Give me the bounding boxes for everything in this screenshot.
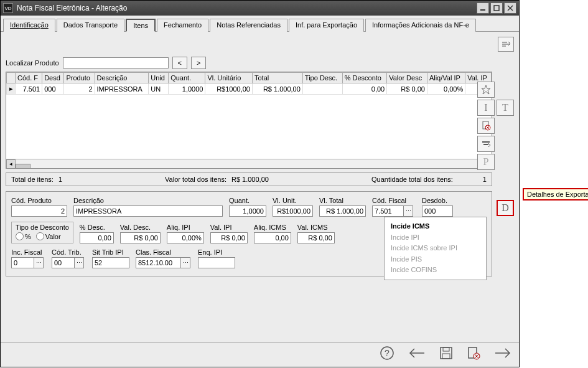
- tab-label: Identificação: [10, 21, 49, 29]
- valor-total-label: Valor total dos itens:: [165, 176, 226, 183]
- inc-fiscal-field[interactable]: [11, 257, 34, 268]
- close-button[interactable]: [504, 2, 516, 14]
- maximize-button[interactable]: [490, 2, 503, 14]
- radio-percent[interactable]: %: [16, 232, 31, 240]
- cell-descricao: IMPRESSORA: [95, 83, 149, 95]
- clas-fiscal-label: Clas. Fiscal: [136, 248, 192, 256]
- tab-label: Inf. para Exportação: [296, 21, 357, 29]
- tab-fechamento[interactable]: Fechamento: [157, 19, 208, 32]
- val-icms-field[interactable]: [297, 232, 335, 243]
- delete-item-button[interactable]: [477, 118, 495, 134]
- tab-itens[interactable]: Itens: [126, 19, 156, 32]
- cancel-button[interactable]: [467, 346, 480, 364]
- tab-strip: Identificação Dados Transporte Itens Fec…: [1, 16, 519, 32]
- export-details-button[interactable]: D: [497, 200, 514, 216]
- back-button[interactable]: [408, 347, 426, 363]
- table-row[interactable]: ▸ 7.501 000 2 IMPRESSORA UN 1,0000 R$100…: [7, 83, 492, 95]
- col-vl-unit[interactable]: Vl. Unitário: [205, 73, 253, 83]
- minimize-button[interactable]: [477, 2, 489, 14]
- tab-content: Localizar Produto < > Cód. F Desd Produt…: [1, 32, 519, 342]
- col-tipo-desc[interactable]: Tipo Desc.: [302, 73, 342, 83]
- maximize-icon: [493, 5, 500, 11]
- radio-percent-label: %: [25, 233, 31, 240]
- p-button[interactable]: P: [477, 154, 495, 170]
- window-title: Nota Fiscal Eletrônica - Alteração: [17, 4, 127, 12]
- grid-hscrollbar[interactable]: ◂ ▸: [6, 159, 492, 168]
- help-icon: ?: [380, 346, 394, 361]
- items-grid[interactable]: Cód. F Desd Produto Descrição Unid Quant…: [6, 72, 492, 169]
- col-quant[interactable]: Quant.: [169, 73, 205, 83]
- incide-pis: Incide PIS: [391, 254, 480, 265]
- forward-button[interactable]: [494, 347, 511, 363]
- inc-fiscal-picker[interactable]: ⋯: [34, 257, 44, 268]
- t-button[interactable]: T: [497, 100, 514, 116]
- aliq-icms-field[interactable]: [254, 232, 291, 243]
- col-produto[interactable]: Produto: [64, 73, 95, 83]
- i-button[interactable]: I: [477, 100, 495, 116]
- search-label: Localizar Produto: [6, 59, 59, 67]
- cell-desd: 000: [42, 83, 64, 95]
- close-icon: [507, 5, 513, 11]
- col-unid[interactable]: Unid: [149, 73, 169, 83]
- col-total[interactable]: Total: [252, 73, 302, 83]
- tab-label: Informações Adicionais da NF-e: [372, 21, 469, 29]
- cod-fiscal-field[interactable]: [372, 205, 403, 217]
- p-icon: P: [483, 156, 489, 167]
- quant-field[interactable]: [229, 205, 266, 217]
- tipo-desconto-label: Tipo de Desconto: [16, 224, 69, 231]
- col-cod-f[interactable]: Cód. F: [16, 73, 42, 83]
- vl-total-field[interactable]: [319, 205, 366, 217]
- tab-label: Itens: [133, 22, 148, 29]
- title-bar: VD Nota Fiscal Eletrônica - Alteração: [1, 1, 519, 16]
- clas-fiscal-field[interactable]: [136, 257, 180, 268]
- radio-percent-input[interactable]: [16, 232, 24, 240]
- val-icms-label: Val. ICMS: [297, 224, 335, 231]
- tab-identificacao[interactable]: Identificação: [3, 19, 55, 32]
- tab-notas-ref[interactable]: Notas Referenciadas: [210, 19, 287, 32]
- cell-pct-desc: 0,00: [342, 83, 387, 95]
- col-aliq-ipi[interactable]: Aliq/Val IP: [427, 73, 465, 83]
- aliq-icms-label: Aliq. ICMS: [254, 224, 291, 231]
- enq-ipi-field[interactable]: [198, 257, 235, 268]
- scroll-thumb[interactable]: [16, 164, 30, 169]
- minimize-icon: [480, 5, 486, 11]
- cod-trib-field[interactable]: [52, 257, 74, 268]
- pct-desc-field[interactable]: [80, 232, 114, 243]
- clas-fiscal-picker[interactable]: ⋯: [180, 257, 190, 268]
- aliq-ipi-field[interactable]: [167, 232, 204, 243]
- radio-valor-input[interactable]: [36, 232, 44, 240]
- col-desd[interactable]: Desd: [42, 73, 64, 83]
- cell-cod-f: 7.501: [16, 83, 42, 95]
- svg-rect-1: [494, 6, 499, 11]
- cell-quant: 1,0000: [169, 83, 205, 95]
- scroll-left-icon[interactable]: ◂: [6, 159, 16, 169]
- tab-label: Fechamento: [164, 21, 202, 29]
- desdob-field[interactable]: [422, 205, 453, 217]
- save-button[interactable]: [439, 346, 453, 364]
- tab-dados-transporte[interactable]: Dados Transporte: [57, 19, 124, 32]
- tab-inf-export[interactable]: Inf. para Exportação: [289, 19, 364, 32]
- sit-trib-ipi-field[interactable]: [92, 257, 129, 268]
- cancel-doc-icon: [467, 346, 480, 360]
- cod-produto-label: Cód. Produto: [11, 197, 67, 204]
- col-descricao[interactable]: Descrição: [95, 73, 149, 83]
- search-input[interactable]: [63, 57, 169, 68]
- radio-valor[interactable]: Valor: [36, 232, 61, 240]
- search-next-button[interactable]: >: [191, 57, 206, 69]
- toggle-columns-button[interactable]: [498, 37, 514, 52]
- tab-inf-adic[interactable]: Informações Adicionais da NF-e: [365, 19, 476, 32]
- incide-box: Incide ICMS Incide IPI Incide ICMS sobre…: [384, 217, 487, 280]
- val-desc-field[interactable]: [120, 232, 161, 243]
- cod-trib-picker[interactable]: ⋯: [74, 257, 84, 268]
- filter-button[interactable]: [477, 136, 495, 152]
- new-item-button[interactable]: [477, 82, 495, 98]
- help-button[interactable]: ?: [380, 346, 394, 364]
- search-prev-button[interactable]: <: [172, 57, 187, 69]
- vl-unit-field[interactable]: [273, 205, 313, 217]
- cod-fiscal-picker[interactable]: ⋯: [403, 205, 413, 217]
- cod-produto-field[interactable]: [11, 205, 67, 217]
- col-pct-desc[interactable]: % Desconto: [342, 73, 387, 83]
- val-ipi-field[interactable]: [210, 232, 248, 243]
- descricao-field[interactable]: [73, 205, 223, 217]
- col-valor-desc[interactable]: Valor Desc: [387, 73, 427, 83]
